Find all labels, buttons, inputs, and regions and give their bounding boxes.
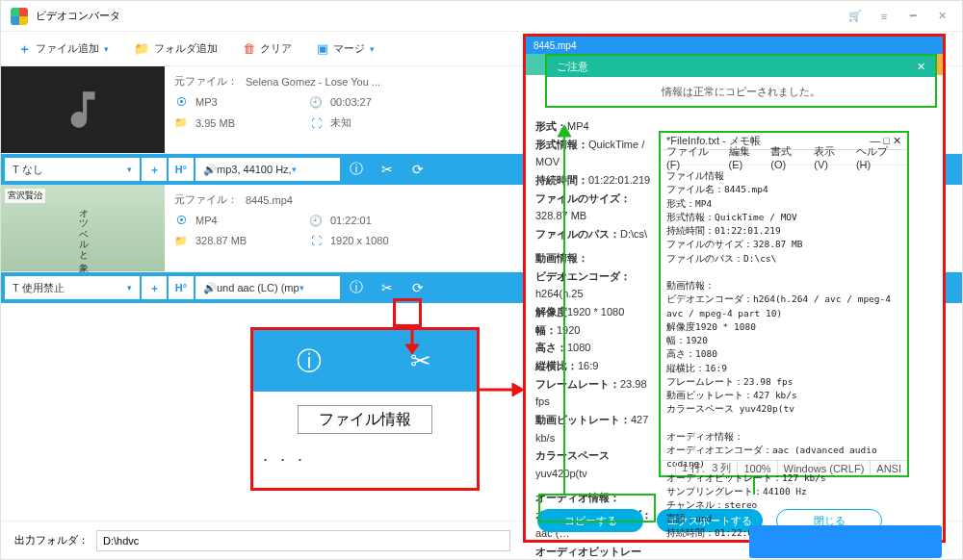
add-folder-button[interactable]: 📁フォルダ追加 <box>124 38 227 60</box>
hq-button[interactable]: H° <box>169 158 194 181</box>
mode-select[interactable]: T 使用禁止▾ <box>5 276 140 299</box>
add-file-button[interactable]: ＋ファイル追加▾ <box>9 37 118 62</box>
annotation-highlight-info <box>393 298 422 327</box>
format-value: MP3 <box>195 96 301 108</box>
minimize-icon[interactable]: ━ <box>902 6 924 27</box>
app-title: ビデオコンバータ <box>36 9 120 23</box>
notice-box: ご注意✕ 情報は正常にコピーされました。 <box>545 54 937 108</box>
info-icon[interactable]: ⓘ <box>342 273 371 302</box>
codec-select[interactable]: 🔊 und aac (LC) (mp ▾ <box>195 276 340 299</box>
notice-title: ご注意 <box>557 60 588 74</box>
thumbnail[interactable]: 宮沢賢治オツベルと象 <box>1 185 165 271</box>
tooltip: ファイル情報 <box>298 405 432 434</box>
notepad-window: *FileInfo.txt - メモ帳 ― □ ✕ ファイル(F)編集(E)書式… <box>659 131 909 477</box>
format-value: MP4 <box>195 215 301 226</box>
panel-filename: 8445.mp4 <box>526 37 943 54</box>
menu-icon[interactable]: ≡ <box>873 6 895 27</box>
output-folder-label: 出力フォルダ： <box>14 533 89 547</box>
resolution-icon: ⛶ <box>309 116 323 130</box>
clock-icon: 🕘 <box>309 214 323 227</box>
close-icon[interactable]: ✕ <box>931 6 952 27</box>
thumbnail[interactable] <box>1 66 165 153</box>
notice-message: 情報は正常にコピーされました。 <box>547 77 935 106</box>
plus-button[interactable]: ＋ <box>142 276 167 299</box>
ellipsis: . . . <box>253 445 477 466</box>
format-icon: ⦿ <box>174 214 188 227</box>
info-icon-large: ⓘ <box>253 330 365 392</box>
clear-button[interactable]: 🗑クリア <box>233 38 301 60</box>
info-icon[interactable]: ⓘ <box>342 155 371 184</box>
annotation-highlight-copy <box>538 494 656 522</box>
folder-icon: 📁 <box>174 234 188 247</box>
size-value: 328.87 MB <box>195 235 301 246</box>
mode-select[interactable]: T なし▾ <box>5 158 140 181</box>
codec-select[interactable]: 🔊 mp3, 44100 Hz, ▾ <box>195 158 340 181</box>
plus-button[interactable]: ＋ <box>142 158 167 181</box>
source-name: Selena Gomez - Lose You ... <box>246 76 380 88</box>
notepad-statusbar: 1 行、3 列100%Windows (CRLF)ANSI <box>661 460 907 475</box>
notice-close-icon[interactable]: ✕ <box>917 61 925 73</box>
cut-icon-large: ✂ <box>365 330 477 392</box>
notepad-body[interactable]: ファイル情報 ファイル名：8445.mp4 形式：MP4 形式情報：QuickT… <box>661 165 907 544</box>
clock-icon: 🕘 <box>309 95 323 109</box>
cart-icon[interactable]: 🛒 <box>845 6 866 27</box>
cut-icon[interactable]: ✂ <box>373 155 402 184</box>
hq-button[interactable]: H° <box>169 276 194 299</box>
source-label: 元ファイル： <box>174 192 238 207</box>
resolution-value: 未知 <box>330 115 351 130</box>
convert-button[interactable] <box>749 525 942 558</box>
source-label: 元ファイル： <box>174 74 238 89</box>
resolution-icon: ⛶ <box>309 234 323 247</box>
source-name: 8445.mp4 <box>246 194 293 206</box>
resolution-value: 1920 x 1080 <box>330 235 389 246</box>
output-folder-input[interactable] <box>96 530 510 551</box>
annotation-callout: ⓘ ✂ ファイル情報 . . . <box>250 327 480 491</box>
folder-icon: 📁 <box>174 116 188 130</box>
format-icon: ⦿ <box>174 95 188 109</box>
merge-button[interactable]: ▣マージ▾ <box>307 38 384 60</box>
duration-value: 00:03:27 <box>330 96 372 108</box>
app-logo <box>11 8 28 25</box>
titlebar: ビデオコンバータ 🛒 ≡ ━ ✕ <box>1 1 962 32</box>
duration-value: 01:22:01 <box>330 215 372 226</box>
notepad-menu[interactable]: ファイル(F)編集(E)書式(O)表示(V)ヘルプ(H) <box>661 150 907 165</box>
refresh-icon[interactable]: ⟳ <box>403 155 432 184</box>
size-value: 3.95 MB <box>195 117 301 129</box>
